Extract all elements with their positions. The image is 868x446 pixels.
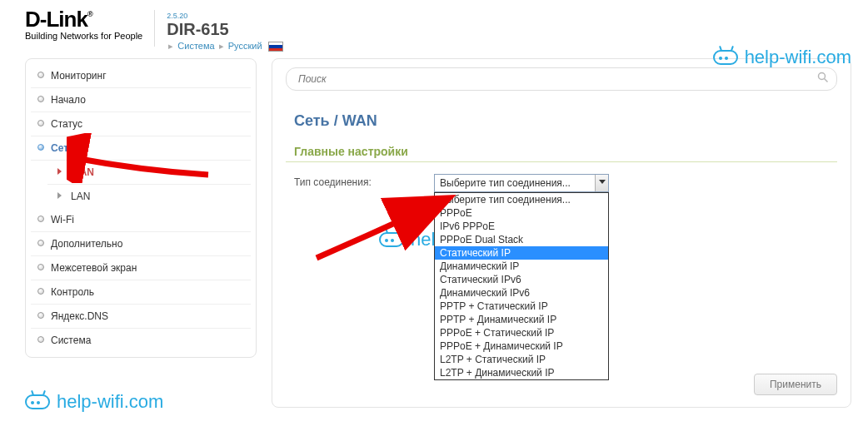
search-icon[interactable] [817,72,829,86]
form-label: Тип соединения: [294,174,419,188]
logo: D-Link® Building Networks for People [25,10,142,41]
chevron-down-icon [595,175,608,191]
select-option[interactable]: PPPoE + Динамический IP [435,339,608,353]
sidebar-sublist: WAN LAN [31,161,251,208]
select-option[interactable]: PPTP + Статический IP [435,300,608,313]
select-option[interactable]: PPTP + Динамический IP [435,313,608,326]
crumb-language[interactable]: Русский [228,41,262,51]
arrow-right-icon [57,168,62,175]
form-row-connection-type: Тип соединения: Выберите тип соединения.… [286,172,837,194]
page-title: Сеть / WAN [286,104,837,138]
sidebar-item-status[interactable]: Статус [31,112,251,136]
bullet-icon [37,144,44,151]
sidebar-item-label: Дополнительно [51,238,122,250]
sidebar-item-label: LAN [71,191,90,202]
search-wrap [286,67,837,91]
bullet-icon [37,288,44,295]
firmware-version: 2.5.20 [167,12,282,20]
select-dropdown: Выберите тип соединения... PPPoE IPv6 PP… [434,192,609,380]
sidebar-subitem-lan[interactable]: LAN [47,185,251,208]
bullet-icon [37,264,44,270]
sidebar: Мониторинг Начало Статус Сеть WAN LAN Wi… [25,58,257,358]
sidebar-item-label: Wi-Fi [51,214,74,225]
bullet-icon [37,240,44,246]
arrow-right-icon [57,192,62,199]
select-option[interactable]: Статический IP [435,246,608,260]
sidebar-item-system[interactable]: Система [31,329,251,352]
select-option[interactable]: L2TP + Динамический IP [435,366,608,379]
main: Мониторинг Начало Статус Сеть WAN LAN Wi… [0,58,868,424]
sidebar-item-label: Статус [51,118,82,130]
select-option[interactable]: L2TP + Статический IP [435,353,608,366]
sidebar-item-label: Мониторинг [51,70,107,82]
sidebar-item-label: Межсетевой экран [51,262,137,274]
select-value: Выберите тип соединения... [440,177,571,189]
bullet-icon [37,312,44,319]
sidebar-item-yandexdns[interactable]: Яндекс.DNS [31,305,251,329]
model-name: DIR-615 [167,20,282,39]
crumb-system[interactable]: Система [177,41,214,51]
sidebar-item-wifi[interactable]: Wi-Fi [31,208,251,232]
chevron-right-icon: ▸ [168,41,173,51]
apply-button[interactable]: Применить [754,374,837,395]
sidebar-item-label: Яндекс.DNS [51,310,108,322]
select-option[interactable]: Выберите тип соединения... [435,193,608,206]
connection-type-select[interactable]: Выберите тип соединения... Выберите тип … [434,174,609,192]
sidebar-item-monitoring[interactable]: Мониторинг [31,64,251,88]
model-block: 2.5.20 DIR-615 ▸ Система ▸ Русский [167,10,282,52]
sidebar-item-label: Система [51,334,91,346]
bullet-icon [37,72,44,78]
bullet-icon [37,120,44,126]
bullet-icon [37,216,44,222]
select-option[interactable]: PPPoE [435,206,608,220]
svg-point-0 [819,73,826,80]
select-option[interactable]: Статический IPv6 [435,273,608,286]
brand-tagline: Building Networks for People [25,31,142,41]
chevron-right-icon: ▸ [219,41,224,51]
bullet-icon [37,96,44,102]
sidebar-item-label: Сеть [51,142,74,154]
sidebar-subitem-wan[interactable]: WAN [47,161,251,185]
select-option[interactable]: Динамический IPv6 [435,286,608,300]
sidebar-item-label: Контроль [51,286,94,298]
brand-text: D-Link [25,7,87,32]
select-option[interactable]: PPPoE Dual Stack [435,233,608,246]
select-option[interactable]: PPPoE + Статический IP [435,326,608,339]
select-display[interactable]: Выберите тип соединения... [434,174,609,192]
select-option[interactable]: Динамический IP [435,260,608,273]
sidebar-item-control[interactable]: Контроль [31,280,251,305]
svg-line-1 [825,79,828,82]
content-panel: Сеть / WAN Главные настройки Тип соедине… [272,58,851,408]
registered-mark: ® [87,10,92,18]
header-separator [154,10,155,47]
flag-ru-icon[interactable] [268,42,283,52]
sidebar-item-network[interactable]: Сеть [31,136,251,161]
search-input[interactable] [286,67,837,91]
sidebar-item-start[interactable]: Начало [31,88,251,112]
section-title: Главные настройки [286,138,837,162]
bullet-icon [37,336,44,343]
header: D-Link® Building Networks for People 2.5… [0,0,868,58]
sidebar-item-firewall[interactable]: Межсетевой экран [31,256,251,280]
sidebar-item-advanced[interactable]: Дополнительно [31,232,251,256]
sidebar-item-label: Начало [51,94,86,106]
sidebar-item-label: WAN [71,166,94,178]
breadcrumb: ▸ Система ▸ Русский [167,41,282,52]
select-option[interactable]: IPv6 PPPoE [435,220,608,233]
